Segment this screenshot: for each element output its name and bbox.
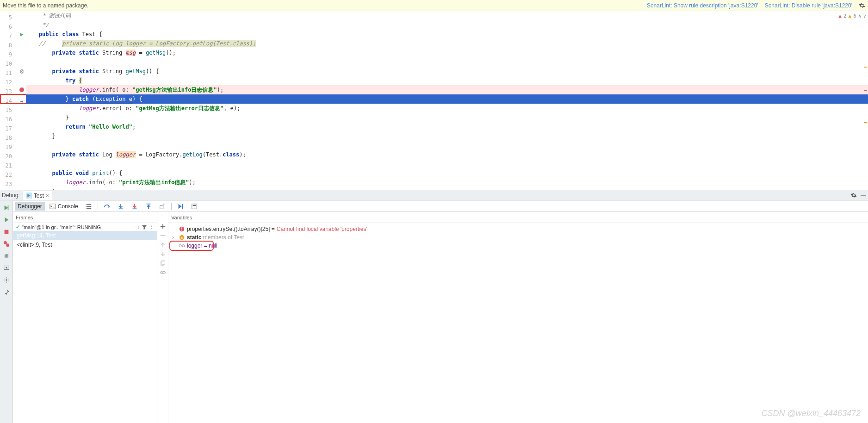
settings-button[interactable] [2,276,11,284]
inspection-summary[interactable]: ▲ 2 ▲ 6 ∧∨ [838,13,866,19]
stack-frame[interactable]: getMsg:14, Test [13,231,157,240]
svg-rect-9 [118,208,123,209]
drop-frame-button[interactable] [156,202,168,211]
code-line[interactable]: // private static Log logger = LogFactor… [26,39,868,48]
funnel-icon[interactable] [142,224,147,230]
force-step-into-button[interactable] [129,202,141,211]
mute-breakpoints-button[interactable] [2,252,11,260]
code-line[interactable]: logger.info( o: "print方法输出info信息"); [26,178,868,187]
svg-rect-15 [192,205,196,206]
svg-rect-14 [192,204,197,209]
debug-config-tab[interactable]: Test × [23,191,52,200]
move-down-button[interactable] [160,251,166,257]
threads-view-button[interactable] [83,202,95,211]
svg-rect-13 [182,204,183,209]
step-out-button[interactable] [143,202,155,211]
code-line[interactable]: private static String getMsg() { [26,67,868,76]
code-line[interactable]: private static Log logger = LogFactory.g… [26,150,868,159]
svg-rect-21 [181,227,182,230]
svg-point-2 [3,241,6,244]
close-icon[interactable]: × [46,193,49,199]
variable-error-row[interactable]: properties.entrySet().toArray()[25] = Ca… [172,225,864,233]
banner-link-show-rule[interactable]: SonarLint: Show rule description 'java:S… [647,2,758,9]
arrow-up-icon[interactable]: ↑ [133,224,136,230]
svg-rect-12 [160,205,163,209]
svg-rect-22 [181,230,182,231]
svg-point-18 [160,271,162,274]
arrow-down-icon[interactable]: ↓ [137,224,140,230]
tab-console[interactable]: Console [47,202,81,211]
code-line[interactable] [26,159,868,168]
warning-yellow-icon: ▲ [849,13,852,19]
static-icon: s [179,234,185,241]
error-icon [179,226,185,232]
step-over-button[interactable] [101,202,113,211]
variable-logger-row[interactable]: logger = null [172,242,864,250]
run-to-cursor-button[interactable] [174,202,186,211]
frames-panel: Frames ✔ "main"@1 in gr..."main": RUNNIN… [13,212,157,423]
debug-config-name: Test [34,193,44,199]
variables-tree[interactable]: properties.entrySet().toArray()[25] = Ca… [168,223,868,423]
stop-button[interactable] [2,228,11,236]
resume-button[interactable] [2,216,11,224]
svg-rect-10 [132,208,136,209]
code-line[interactable] [26,57,868,67]
show-watches-button[interactable] [160,269,166,276]
variables-toolbar [157,212,168,423]
tab-debugger[interactable]: Debugger [15,202,45,211]
add-watch-button[interactable] [160,223,166,230]
move-up-button[interactable] [160,242,166,248]
code-line[interactable]: public class Test { [26,30,868,39]
svg-point-3 [6,243,9,247]
sonarlint-banner: Move this file to a named package. Sonar… [0,0,868,11]
code-line[interactable]: } catch (Exception e) { [26,94,868,104]
svg-point-19 [163,271,165,274]
code-editor[interactable]: 56789101112131415161718192021222324 ▶@➔ … [0,11,868,190]
code-line[interactable]: logger.error( o: "getMsg方法输出error日志信息", … [26,104,868,113]
svg-point-6 [6,267,7,269]
warning-count: 6 [853,13,856,19]
banner-link-disable-rule[interactable]: SonarLint: Disable rule 'java:S1220' [765,2,852,9]
code-line[interactable]: } [26,113,868,122]
get-thread-dump-button[interactable] [2,264,11,272]
svg-rect-1 [4,230,8,234]
thread-name: "main"@1 in gr..."main": RUNNING [22,224,131,230]
warning-red-icon: ▲ [838,13,842,19]
step-into-button[interactable] [115,202,127,211]
code-line[interactable]: private static String msg = getMsg(); [26,48,868,57]
view-breakpoints-button[interactable] [2,240,11,248]
console-icon [50,203,56,210]
svg-text:s: s [181,236,183,240]
variable-static-row[interactable]: › s static members of Test [172,233,864,242]
code-line[interactable]: } [26,131,868,141]
code-line[interactable]: logger.info( o: "getMsg方法输出info日志信息"); [26,85,868,94]
more-icon[interactable]: ⋮ [149,224,154,230]
evaluate-expression-button[interactable] [188,202,200,211]
debugger-toolbar: Debugger Console [13,201,868,212]
code-line[interactable]: public void print() { [26,168,868,178]
rerun-button[interactable] [2,204,11,212]
stack-frame[interactable]: <clinit>:9, Test [13,240,157,249]
svg-rect-11 [146,203,150,204]
code-line[interactable]: */ [26,20,868,30]
svg-point-7 [6,279,7,281]
error-count: 2 [843,13,847,19]
code-line[interactable]: try { [26,76,868,85]
code-line[interactable]: return "Hello World"; [26,122,868,131]
gear-icon[interactable] [850,192,857,199]
java-run-icon [26,193,32,199]
thread-selector[interactable]: ✔ "main"@1 in gr..."main": RUNNING ↑ ↓ ⋮ [13,223,157,231]
copy-button[interactable] [160,260,166,267]
scrollbar-marks [863,11,868,190]
debug-side-toolbar [0,201,13,423]
remove-watch-button[interactable] [160,232,166,239]
gear-icon[interactable] [859,2,865,9]
code-line[interactable]: * 测试代码 [26,11,868,20]
debug-label: Debug: [2,192,20,199]
minimize-icon[interactable]: — [861,192,866,199]
annotation-highlight-box [169,241,214,251]
pin-button[interactable] [2,288,11,296]
code-line[interactable] [26,141,868,150]
banner-msg: Move this file to a named package. [3,2,88,9]
code-line[interactable]: } [26,187,868,190]
